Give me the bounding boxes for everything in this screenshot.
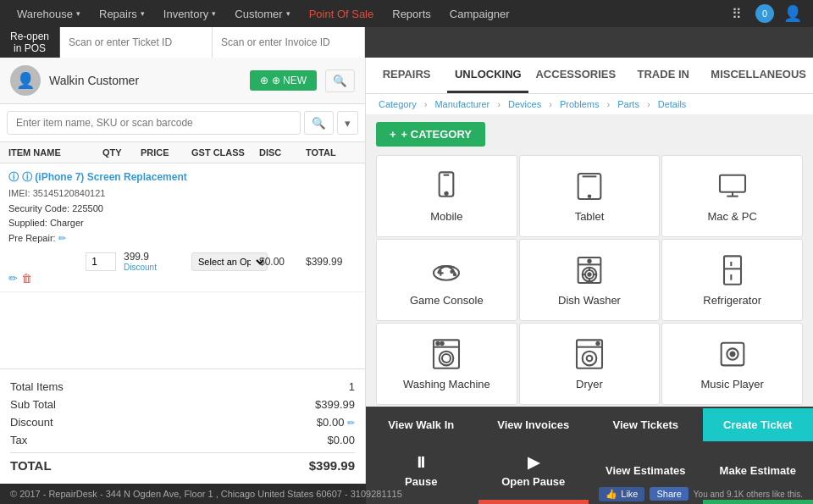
category-dryer[interactable]: Dryer bbox=[519, 323, 661, 405]
refund-button[interactable]: ⚡ Refund bbox=[366, 500, 477, 504]
summary-section: Total Items 1 Sub Total $399.99 Discount… bbox=[0, 368, 365, 484]
category-mobile[interactable]: Mobile bbox=[376, 155, 517, 237]
svg-rect-24 bbox=[724, 256, 741, 284]
items-table: ⓘ ⓘ (iPhone 7) Screen Replacement IMEI: … bbox=[0, 163, 365, 368]
table-row: ⓘ ⓘ (iPhone 7) Screen Replacement IMEI: … bbox=[0, 163, 365, 292]
facebook-share-button[interactable]: Share bbox=[650, 487, 688, 501]
discount-link[interactable]: Discount bbox=[124, 263, 157, 272]
category-mobile-label: Mobile bbox=[430, 210, 462, 223]
top-nav: Warehouse ▾ Repairs ▾ Inventory ▾ Custom… bbox=[0, 0, 813, 27]
svg-point-31 bbox=[442, 354, 451, 363]
avatar: 👤 bbox=[10, 65, 41, 96]
plus-icon: ⊕ bbox=[260, 75, 268, 86]
svg-point-16 bbox=[588, 260, 590, 263]
category-refrigerator[interactable]: Refrigerator bbox=[661, 239, 803, 321]
chevron-down-icon: ▾ bbox=[286, 9, 290, 18]
customer-name: Walkin Customer bbox=[49, 74, 241, 87]
nav-icons: ⠿ 0 👤 bbox=[725, 2, 805, 25]
footer-copyright: © 2017 - RepairDesk - 344 N Ogden Ave, F… bbox=[10, 489, 402, 499]
invoice-search-input[interactable] bbox=[213, 27, 365, 58]
category-music-player[interactable]: Music Player bbox=[661, 323, 803, 405]
right-panel: REPAIRS UNLOCKING ACCESSORIES TRADE IN M… bbox=[366, 58, 813, 484]
tabs-bar: REPAIRS UNLOCKING ACCESSORIES TRADE IN M… bbox=[366, 58, 813, 94]
svg-point-19 bbox=[588, 273, 590, 275]
customer-search-button[interactable]: 🔍 bbox=[325, 69, 355, 92]
dishwasher-icon bbox=[569, 253, 610, 287]
refrigerator-icon bbox=[712, 253, 753, 287]
open-pause-button[interactable]: ▶ Open Pause bbox=[478, 443, 589, 498]
breadcrumb-devices[interactable]: Devices bbox=[508, 99, 541, 109]
add-category-bar: + + CATEGORY bbox=[366, 115, 813, 153]
chevron-down-icon: ▾ bbox=[212, 9, 216, 18]
new-button[interactable]: ⊕ ⊕ NEW bbox=[250, 70, 317, 91]
option-select[interactable]: Select an Opti... bbox=[191, 252, 268, 271]
item-search-input[interactable] bbox=[7, 111, 301, 135]
chevron-down-icon: ▾ bbox=[76, 9, 80, 18]
category-tablet-label: Tablet bbox=[575, 210, 605, 223]
item-search-icon-button[interactable]: 🔍 bbox=[304, 111, 334, 135]
item-dropdown-button[interactable]: ▾ bbox=[337, 111, 358, 135]
tab-trade-in[interactable]: TRADE IN bbox=[622, 58, 704, 93]
nav-pos[interactable]: Point Of Sale bbox=[301, 0, 383, 27]
quantity-input[interactable] bbox=[86, 252, 116, 271]
item-search-bar: 🔍 ▾ bbox=[0, 104, 365, 142]
tab-miscellaneous[interactable]: MISCELLANEOUS bbox=[704, 58, 813, 93]
view-walk-in-button[interactable]: View Walk In bbox=[366, 408, 477, 441]
facebook-like-button[interactable]: 👍 Like bbox=[599, 487, 644, 501]
nav-warehouse[interactable]: Warehouse ▾ bbox=[8, 0, 89, 27]
breadcrumb: Category › Manufacturer › Devices › Prob… bbox=[366, 94, 813, 115]
reopen-button[interactable]: Re-open in POS bbox=[0, 27, 60, 58]
tab-unlocking[interactable]: UNLOCKING bbox=[447, 58, 528, 93]
category-tablet[interactable]: Tablet bbox=[519, 155, 661, 237]
gamepad-icon bbox=[426, 253, 467, 287]
nav-repairs[interactable]: Repairs ▾ bbox=[91, 0, 153, 27]
category-refrigerator-label: Refrigerator bbox=[703, 294, 761, 307]
svg-point-41 bbox=[730, 352, 734, 357]
mobile-icon bbox=[426, 169, 467, 203]
edit-row-button[interactable]: ✏ bbox=[8, 272, 18, 285]
summary-discount: Discount $0.00 ✏ bbox=[10, 413, 355, 431]
category-washing-machine[interactable]: Washing Machine bbox=[376, 323, 517, 405]
category-dryer-label: Dryer bbox=[576, 378, 603, 390]
breadcrumb-category[interactable]: Category bbox=[379, 99, 417, 109]
grid-icon[interactable]: ⠿ bbox=[725, 2, 749, 25]
category-game-console[interactable]: Game Console bbox=[376, 239, 517, 321]
category-mac[interactable]: Mac & PC bbox=[661, 155, 803, 237]
item-details: IMEI: 35145120840121 Security Code: 2255… bbox=[8, 186, 357, 246]
breadcrumb-problems[interactable]: Problems bbox=[560, 99, 599, 109]
category-dish-washer[interactable]: Dish Washer bbox=[519, 239, 661, 321]
nav-inventory[interactable]: Inventory ▾ bbox=[155, 0, 224, 27]
mac-icon bbox=[712, 169, 753, 203]
thumbs-up-icon: 👍 bbox=[606, 489, 617, 500]
edit-discount-icon[interactable]: ✏ bbox=[347, 418, 355, 428]
category-music-player-label: Music Player bbox=[700, 378, 763, 390]
category-game-console-label: Game Console bbox=[410, 294, 484, 307]
add-category-button[interactable]: + + CATEGORY bbox=[376, 122, 485, 147]
nav-campaigner[interactable]: Campaigner bbox=[441, 0, 518, 27]
tab-repairs[interactable]: REPAIRS bbox=[366, 58, 447, 93]
breadcrumb-parts[interactable]: Parts bbox=[617, 99, 639, 109]
user-icon[interactable]: 👤 bbox=[781, 2, 805, 25]
view-tickets-button[interactable]: View Tickets bbox=[590, 408, 701, 441]
summary-tax: Tax $0.00 bbox=[10, 431, 355, 449]
table-header: ITEM NAME QTY PRICE GST CLASS DISC TOTAL bbox=[0, 142, 365, 163]
musicplayer-icon bbox=[712, 337, 753, 371]
ticket-search-input[interactable] bbox=[60, 27, 213, 58]
notification-badge[interactable]: 0 bbox=[755, 4, 774, 23]
view-invoices-button[interactable]: View Invoices bbox=[478, 408, 589, 441]
svg-rect-6 bbox=[720, 175, 745, 192]
tab-accessories[interactable]: ACCESSORIES bbox=[528, 58, 622, 93]
create-ticket-button[interactable]: Create Ticket bbox=[703, 408, 814, 441]
delete-row-button[interactable]: 🗑 bbox=[21, 272, 32, 285]
nav-reports[interactable]: Reports bbox=[384, 0, 440, 27]
category-mac-label: Mac & PC bbox=[707, 210, 757, 223]
cancel-button[interactable]: 🗑 Cancel bbox=[478, 500, 589, 504]
category-grid: Mobile Tablet Mac & PC bbox=[366, 153, 813, 407]
edit-pre-repair-icon[interactable]: ✏ bbox=[58, 233, 66, 243]
breadcrumb-manufacturer[interactable]: Manufacturer bbox=[434, 99, 489, 109]
footer-fb-count: You and 9.1K others like this. bbox=[694, 490, 803, 499]
nav-customer[interactable]: Customer ▾ bbox=[226, 0, 298, 27]
breadcrumb-details[interactable]: Details bbox=[658, 99, 687, 109]
second-row: Re-open in POS bbox=[0, 27, 813, 58]
main-content: 👤 Walkin Customer ⊕ ⊕ NEW 🔍 🔍 ▾ ITEM NAM… bbox=[0, 58, 813, 484]
